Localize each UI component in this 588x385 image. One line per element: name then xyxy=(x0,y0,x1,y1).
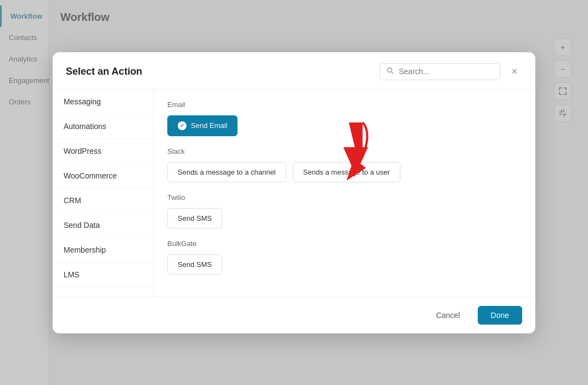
modal-footer: Cancel Done xyxy=(53,297,535,333)
slack-section-label: Slack xyxy=(167,147,522,155)
nav-item-woocommerce[interactable]: WooCommerce xyxy=(53,164,154,188)
close-button[interactable]: × xyxy=(507,64,522,79)
search-icon xyxy=(387,67,394,76)
twilio-buttons-row: Send SMS xyxy=(167,208,522,228)
modal-header: Select an Action × xyxy=(53,52,535,90)
nav-item-messaging[interactable]: Messaging xyxy=(53,90,154,114)
bulkgate-send-sms-button[interactable]: Send SMS xyxy=(167,254,222,275)
bulkgate-buttons-row: Send SMS xyxy=(167,254,522,275)
email-buttons-row: Send Email xyxy=(167,115,522,136)
nav-item-senddata[interactable]: Send Data xyxy=(53,213,154,238)
twilio-section-label: Twilio xyxy=(167,193,522,202)
nav-item-automations[interactable]: Automations xyxy=(53,114,154,139)
check-icon xyxy=(178,121,186,130)
bulkgate-section-label: BulkGate xyxy=(167,239,522,248)
done-button[interactable]: Done xyxy=(478,306,522,325)
select-action-modal: Select an Action × Messaging xyxy=(53,52,535,333)
modal-body: Messaging Automations WordPress WooComme… xyxy=(53,90,535,297)
slack-channel-button[interactable]: Sends a message to a channel xyxy=(167,162,286,182)
search-box xyxy=(380,63,500,80)
action-content: Email Send Email Slack Sends a message t… xyxy=(154,90,535,297)
email-section-label: Email xyxy=(167,101,522,109)
send-email-button[interactable]: Send Email xyxy=(167,115,238,136)
modal-title: Select an Action xyxy=(66,66,142,77)
nav-item-lms[interactable]: LMS xyxy=(53,263,154,287)
slack-user-button[interactable]: Sends a message to a user xyxy=(293,162,400,182)
nav-item-crm[interactable]: CRM xyxy=(53,188,154,213)
twilio-send-sms-button[interactable]: Send SMS xyxy=(167,208,222,228)
cancel-button[interactable]: Cancel xyxy=(425,306,471,325)
slack-buttons-row: Sends a message to a channel Sends a mes… xyxy=(167,162,522,182)
modal-overlay: Select an Action × Messaging xyxy=(0,0,588,385)
nav-item-membership[interactable]: Membership xyxy=(53,238,154,263)
modal-header-right: × xyxy=(380,63,522,80)
action-nav: Messaging Automations WordPress WooComme… xyxy=(53,90,154,297)
nav-item-wordpress[interactable]: WordPress xyxy=(53,139,154,164)
search-input[interactable] xyxy=(399,67,493,76)
